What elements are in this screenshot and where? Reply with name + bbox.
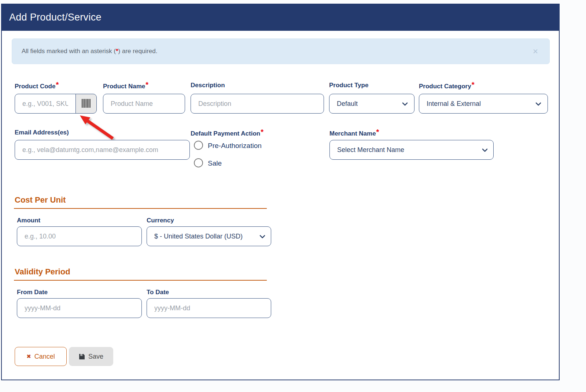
email-input[interactable]	[15, 140, 190, 160]
cancel-x-icon: ✖	[26, 353, 31, 360]
save-floppy-icon	[79, 354, 85, 360]
barcode-scan-button[interactable]	[75, 94, 97, 114]
to-date-label: To Date	[147, 289, 169, 296]
from-date-label: From Date	[17, 289, 48, 296]
cost-section-divider	[14, 208, 267, 209]
required-asterisk: *	[261, 128, 263, 136]
product-category-select[interactable]: Internal & External	[419, 94, 548, 114]
sale-radio[interactable]	[194, 158, 203, 167]
cost-per-unit-heading: Cost Per Unit	[15, 195, 66, 205]
required-asterisk: *	[145, 81, 148, 89]
product-type-select[interactable]: Default	[329, 94, 414, 114]
amount-label: Amount	[17, 217, 40, 224]
annotation-arrow	[76, 113, 117, 143]
product-name-input[interactable]	[103, 94, 185, 114]
page-title: Add Product/Service	[9, 12, 102, 23]
product-type-label: Product Type	[329, 82, 368, 89]
required-fields-alert: All fields marked with an asterisk (*) a…	[12, 38, 550, 64]
add-product-service-panel: Add Product/Service All fields marked wi…	[1, 4, 560, 380]
alert-close-icon[interactable]: ✕	[532, 48, 538, 55]
product-code-label: Product Code*	[15, 82, 59, 90]
from-date-input[interactable]	[17, 298, 142, 318]
description-label: Description	[191, 82, 225, 89]
merchant-name-select[interactable]: Select Merchant Name	[329, 140, 494, 160]
product-name-label: Product Name*	[103, 82, 148, 90]
product-code-input[interactable]	[15, 94, 76, 114]
alert-asterisk: *	[116, 48, 118, 55]
to-date-input[interactable]	[147, 298, 271, 318]
panel-header: Add Product/Service	[1, 4, 560, 31]
merchant-name-label: Merchant Name*	[329, 129, 379, 137]
required-asterisk: *	[376, 128, 379, 136]
required-asterisk: *	[472, 81, 475, 89]
pre-authorization-radio[interactable]	[194, 141, 203, 150]
validity-period-heading: Validity Period	[15, 267, 70, 277]
validity-section-divider	[14, 280, 267, 281]
email-label: Email Address(es)	[15, 129, 69, 136]
barcode-icon	[81, 99, 92, 109]
save-button[interactable]: Save	[69, 347, 113, 366]
currency-select[interactable]: $ - United States Dollar (USD)	[147, 226, 271, 246]
amount-input[interactable]	[17, 226, 142, 246]
cancel-button[interactable]: ✖ Cancel	[15, 347, 67, 366]
description-input[interactable]	[191, 94, 324, 114]
currency-label: Currency	[147, 217, 174, 224]
alert-text: All fields marked with an asterisk (*) a…	[22, 48, 157, 55]
required-asterisk: *	[56, 81, 59, 89]
pre-authorization-radio-label[interactable]: Pre-Authorization	[208, 142, 262, 150]
product-category-label: Product Category*	[419, 82, 474, 90]
payment-action-label: Default Payment Action*	[191, 129, 263, 137]
sale-radio-label[interactable]: Sale	[208, 159, 222, 167]
